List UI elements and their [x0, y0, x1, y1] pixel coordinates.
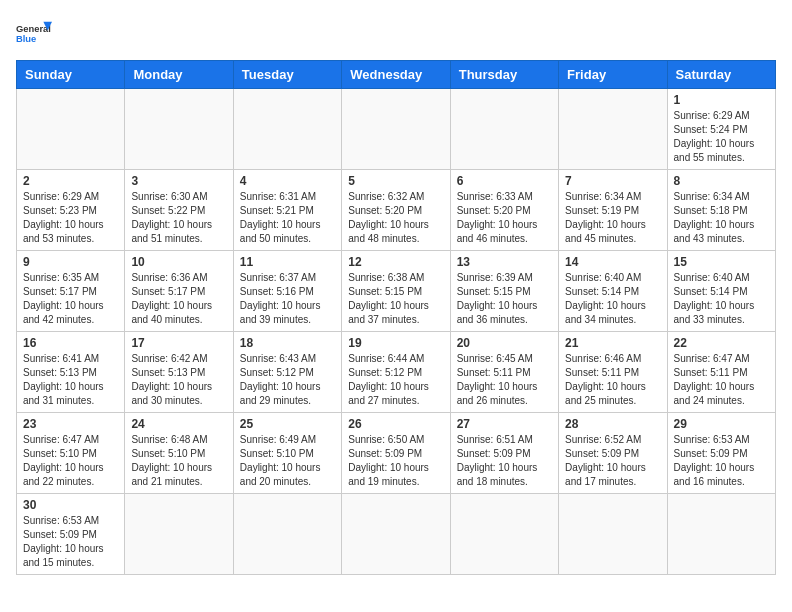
calendar-cell: [125, 89, 233, 170]
day-info: Sunrise: 6:40 AM Sunset: 5:14 PM Dayligh…: [674, 271, 769, 327]
calendar-cell: 1Sunrise: 6:29 AM Sunset: 5:24 PM Daylig…: [667, 89, 775, 170]
calendar-cell: 8Sunrise: 6:34 AM Sunset: 5:18 PM Daylig…: [667, 170, 775, 251]
weekday-header: Sunday: [17, 61, 125, 89]
day-number: 6: [457, 174, 552, 188]
calendar-cell: [667, 494, 775, 575]
logo: General Blue: [16, 16, 56, 52]
day-number: 16: [23, 336, 118, 350]
logo-icon: General Blue: [16, 16, 52, 52]
day-number: 18: [240, 336, 335, 350]
calendar-cell: 26Sunrise: 6:50 AM Sunset: 5:09 PM Dayli…: [342, 413, 450, 494]
calendar-cell: 2Sunrise: 6:29 AM Sunset: 5:23 PM Daylig…: [17, 170, 125, 251]
calendar-cell: 12Sunrise: 6:38 AM Sunset: 5:15 PM Dayli…: [342, 251, 450, 332]
day-info: Sunrise: 6:43 AM Sunset: 5:12 PM Dayligh…: [240, 352, 335, 408]
day-info: Sunrise: 6:42 AM Sunset: 5:13 PM Dayligh…: [131, 352, 226, 408]
day-number: 20: [457, 336, 552, 350]
calendar-week-row: 2Sunrise: 6:29 AM Sunset: 5:23 PM Daylig…: [17, 170, 776, 251]
calendar-cell: 17Sunrise: 6:42 AM Sunset: 5:13 PM Dayli…: [125, 332, 233, 413]
day-number: 24: [131, 417, 226, 431]
day-number: 11: [240, 255, 335, 269]
day-info: Sunrise: 6:48 AM Sunset: 5:10 PM Dayligh…: [131, 433, 226, 489]
day-info: Sunrise: 6:29 AM Sunset: 5:23 PM Dayligh…: [23, 190, 118, 246]
day-number: 5: [348, 174, 443, 188]
calendar-week-row: 30Sunrise: 6:53 AM Sunset: 5:09 PM Dayli…: [17, 494, 776, 575]
calendar-cell: 16Sunrise: 6:41 AM Sunset: 5:13 PM Dayli…: [17, 332, 125, 413]
calendar-cell: 9Sunrise: 6:35 AM Sunset: 5:17 PM Daylig…: [17, 251, 125, 332]
day-number: 26: [348, 417, 443, 431]
day-info: Sunrise: 6:32 AM Sunset: 5:20 PM Dayligh…: [348, 190, 443, 246]
day-info: Sunrise: 6:29 AM Sunset: 5:24 PM Dayligh…: [674, 109, 769, 165]
calendar-cell: 20Sunrise: 6:45 AM Sunset: 5:11 PM Dayli…: [450, 332, 558, 413]
day-number: 21: [565, 336, 660, 350]
calendar-cell: [559, 89, 667, 170]
calendar-cell: [450, 494, 558, 575]
header: General Blue: [16, 16, 776, 52]
day-info: Sunrise: 6:35 AM Sunset: 5:17 PM Dayligh…: [23, 271, 118, 327]
calendar-cell: 4Sunrise: 6:31 AM Sunset: 5:21 PM Daylig…: [233, 170, 341, 251]
calendar-cell: 3Sunrise: 6:30 AM Sunset: 5:22 PM Daylig…: [125, 170, 233, 251]
day-number: 7: [565, 174, 660, 188]
weekday-header: Monday: [125, 61, 233, 89]
day-info: Sunrise: 6:38 AM Sunset: 5:15 PM Dayligh…: [348, 271, 443, 327]
day-info: Sunrise: 6:34 AM Sunset: 5:19 PM Dayligh…: [565, 190, 660, 246]
weekday-header: Tuesday: [233, 61, 341, 89]
day-info: Sunrise: 6:46 AM Sunset: 5:11 PM Dayligh…: [565, 352, 660, 408]
day-number: 8: [674, 174, 769, 188]
day-number: 13: [457, 255, 552, 269]
day-number: 27: [457, 417, 552, 431]
calendar-week-row: 23Sunrise: 6:47 AM Sunset: 5:10 PM Dayli…: [17, 413, 776, 494]
day-info: Sunrise: 6:47 AM Sunset: 5:10 PM Dayligh…: [23, 433, 118, 489]
svg-text:Blue: Blue: [16, 34, 36, 44]
day-info: Sunrise: 6:41 AM Sunset: 5:13 PM Dayligh…: [23, 352, 118, 408]
calendar-cell: 21Sunrise: 6:46 AM Sunset: 5:11 PM Dayli…: [559, 332, 667, 413]
calendar-cell: [17, 89, 125, 170]
calendar-cell: 19Sunrise: 6:44 AM Sunset: 5:12 PM Dayli…: [342, 332, 450, 413]
calendar-cell: 29Sunrise: 6:53 AM Sunset: 5:09 PM Dayli…: [667, 413, 775, 494]
day-info: Sunrise: 6:45 AM Sunset: 5:11 PM Dayligh…: [457, 352, 552, 408]
day-number: 22: [674, 336, 769, 350]
calendar-cell: 23Sunrise: 6:47 AM Sunset: 5:10 PM Dayli…: [17, 413, 125, 494]
calendar-cell: 27Sunrise: 6:51 AM Sunset: 5:09 PM Dayli…: [450, 413, 558, 494]
calendar-cell: 18Sunrise: 6:43 AM Sunset: 5:12 PM Dayli…: [233, 332, 341, 413]
day-number: 28: [565, 417, 660, 431]
calendar-cell: 7Sunrise: 6:34 AM Sunset: 5:19 PM Daylig…: [559, 170, 667, 251]
calendar-week-row: 9Sunrise: 6:35 AM Sunset: 5:17 PM Daylig…: [17, 251, 776, 332]
calendar-cell: 13Sunrise: 6:39 AM Sunset: 5:15 PM Dayli…: [450, 251, 558, 332]
weekday-header: Wednesday: [342, 61, 450, 89]
day-number: 23: [23, 417, 118, 431]
day-info: Sunrise: 6:39 AM Sunset: 5:15 PM Dayligh…: [457, 271, 552, 327]
day-info: Sunrise: 6:31 AM Sunset: 5:21 PM Dayligh…: [240, 190, 335, 246]
day-number: 17: [131, 336, 226, 350]
day-info: Sunrise: 6:50 AM Sunset: 5:09 PM Dayligh…: [348, 433, 443, 489]
calendar-cell: [342, 89, 450, 170]
calendar-cell: [125, 494, 233, 575]
weekday-row: SundayMondayTuesdayWednesdayThursdayFrid…: [17, 61, 776, 89]
calendar-body: 1Sunrise: 6:29 AM Sunset: 5:24 PM Daylig…: [17, 89, 776, 575]
calendar-cell: [559, 494, 667, 575]
day-number: 29: [674, 417, 769, 431]
calendar-cell: 22Sunrise: 6:47 AM Sunset: 5:11 PM Dayli…: [667, 332, 775, 413]
day-info: Sunrise: 6:51 AM Sunset: 5:09 PM Dayligh…: [457, 433, 552, 489]
calendar-cell: 11Sunrise: 6:37 AM Sunset: 5:16 PM Dayli…: [233, 251, 341, 332]
day-number: 3: [131, 174, 226, 188]
day-info: Sunrise: 6:36 AM Sunset: 5:17 PM Dayligh…: [131, 271, 226, 327]
calendar-cell: 24Sunrise: 6:48 AM Sunset: 5:10 PM Dayli…: [125, 413, 233, 494]
day-info: Sunrise: 6:52 AM Sunset: 5:09 PM Dayligh…: [565, 433, 660, 489]
day-info: Sunrise: 6:53 AM Sunset: 5:09 PM Dayligh…: [23, 514, 118, 570]
weekday-header: Thursday: [450, 61, 558, 89]
day-number: 30: [23, 498, 118, 512]
day-info: Sunrise: 6:30 AM Sunset: 5:22 PM Dayligh…: [131, 190, 226, 246]
day-number: 4: [240, 174, 335, 188]
calendar: SundayMondayTuesdayWednesdayThursdayFrid…: [16, 60, 776, 575]
day-info: Sunrise: 6:40 AM Sunset: 5:14 PM Dayligh…: [565, 271, 660, 327]
day-info: Sunrise: 6:37 AM Sunset: 5:16 PM Dayligh…: [240, 271, 335, 327]
calendar-week-row: 1Sunrise: 6:29 AM Sunset: 5:24 PM Daylig…: [17, 89, 776, 170]
day-info: Sunrise: 6:44 AM Sunset: 5:12 PM Dayligh…: [348, 352, 443, 408]
day-number: 1: [674, 93, 769, 107]
day-number: 12: [348, 255, 443, 269]
calendar-cell: 6Sunrise: 6:33 AM Sunset: 5:20 PM Daylig…: [450, 170, 558, 251]
calendar-cell: [233, 494, 341, 575]
calendar-cell: 15Sunrise: 6:40 AM Sunset: 5:14 PM Dayli…: [667, 251, 775, 332]
calendar-cell: 25Sunrise: 6:49 AM Sunset: 5:10 PM Dayli…: [233, 413, 341, 494]
day-number: 9: [23, 255, 118, 269]
